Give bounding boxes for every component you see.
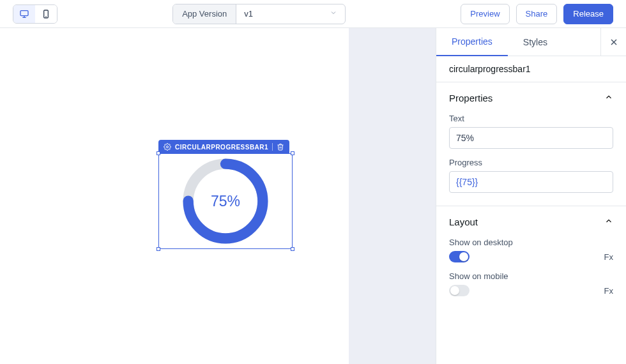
app-version-label: App Version <box>173 4 236 24</box>
section-layout: Layout Show on desktop Fx Show on mobile… <box>436 206 626 309</box>
selection-tag: CIRCULARPROGRESSBAR1 <box>158 140 289 154</box>
gear-icon[interactable] <box>164 143 171 151</box>
mobile-view-button[interactable] <box>35 5 57 23</box>
text-field-label: Text <box>449 114 613 123</box>
canvas-area[interactable]: CIRCULARPROGRESSBAR1 <box>0 28 436 364</box>
tab-styles[interactable]: Styles <box>508 28 563 56</box>
component-name[interactable]: circularprogressbar1 <box>436 56 626 82</box>
inspector-panel: Properties Styles circularprogressbar1 P… <box>436 28 626 364</box>
progress-field-input[interactable] <box>449 171 613 193</box>
preview-button[interactable]: Preview <box>461 4 509 24</box>
section-properties: Properties Text Progress <box>436 82 626 206</box>
trash-icon[interactable] <box>277 143 284 151</box>
svg-rect-0 <box>20 10 28 15</box>
close-icon <box>609 37 619 47</box>
show-desktop-label: Show on desktop <box>449 238 613 247</box>
svg-point-5 <box>167 146 169 148</box>
chevron-down-icon <box>330 9 337 19</box>
tab-properties[interactable]: Properties <box>436 29 508 56</box>
chevron-up-icon <box>604 216 613 225</box>
fx-button-desktop[interactable]: Fx <box>604 252 613 262</box>
circular-progress-component: 75% <box>159 154 292 248</box>
progress-field-label: Progress <box>449 158 613 167</box>
top-toolbar: App Version v1 Preview Share Release <box>0 0 626 28</box>
selection-tag-label: CIRCULARPROGRESSBAR1 <box>175 144 268 151</box>
show-desktop-toggle[interactable] <box>449 251 470 262</box>
fx-button-mobile[interactable]: Fx <box>604 286 613 296</box>
close-inspector-button[interactable] <box>600 28 626 56</box>
desktop-view-button[interactable] <box>13 5 35 23</box>
app-version-value: v1 <box>244 9 253 19</box>
section-title-layout: Layout <box>449 216 478 227</box>
show-mobile-toggle[interactable] <box>449 285 470 296</box>
app-version-dropdown[interactable]: v1 <box>236 4 345 24</box>
smartphone-icon <box>41 9 51 19</box>
show-mobile-label: Show on mobile <box>449 271 613 281</box>
selected-component-frame[interactable]: CIRCULARPROGRESSBAR1 <box>158 153 293 249</box>
release-button[interactable]: Release <box>563 4 613 24</box>
text-field-input[interactable] <box>449 127 613 149</box>
progress-ring-text: 75% <box>181 156 270 246</box>
device-switch <box>13 4 57 24</box>
app-version-selector: App Version v1 <box>172 4 346 24</box>
inspector-tabs: Properties Styles <box>436 28 626 56</box>
share-button[interactable]: Share <box>516 4 558 24</box>
monitor-icon <box>19 9 29 19</box>
section-title-properties: Properties <box>449 93 492 103</box>
collapse-layout-button[interactable] <box>604 216 613 227</box>
collapse-properties-button[interactable] <box>604 93 613 103</box>
chevron-up-icon <box>604 93 613 102</box>
